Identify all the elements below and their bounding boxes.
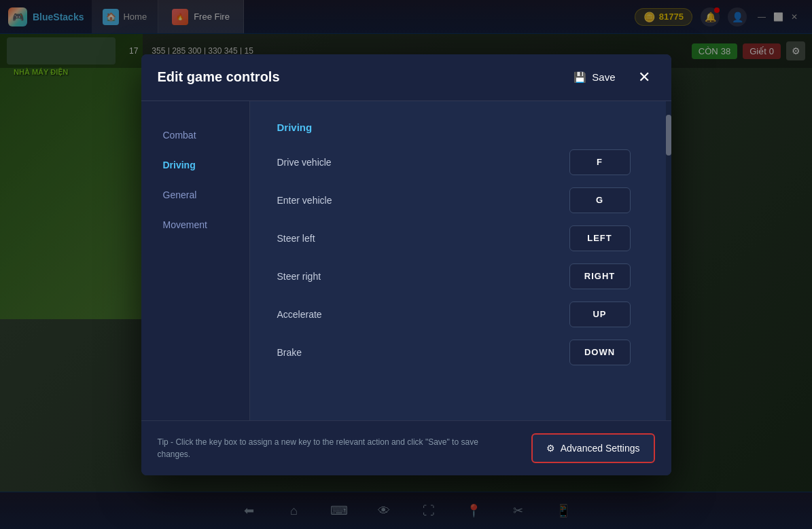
modal-close-button[interactable]: ✕ <box>633 67 655 88</box>
modal-title: Edit game controls <box>158 69 280 85</box>
save-icon: 💾 <box>573 71 586 84</box>
modal-body: Combat Driving General Movement Driving … <box>141 101 671 420</box>
scrollbar-thumb[interactable] <box>666 115 671 156</box>
control-row-accelerate: Accelerate UP <box>277 302 644 327</box>
steer-right-key-button[interactable]: RIGHT <box>569 263 631 289</box>
steer-left-label: Steer left <box>277 233 315 244</box>
save-button[interactable]: 💾 Save <box>567 67 622 88</box>
accelerate-label: Accelerate <box>277 309 322 320</box>
sidebar-item-combat[interactable]: Combat <box>147 122 244 149</box>
modal-overlay: Edit game controls 💾 Save ✕ Combat Drivi… <box>0 0 812 529</box>
modal-footer: Tip - Click the key box to assign a new … <box>141 420 671 475</box>
modal-sidebar: Combat Driving General Movement <box>141 101 250 420</box>
control-row-steer-left: Steer left LEFT <box>277 225 644 251</box>
brake-key-button[interactable]: DOWN <box>569 340 631 365</box>
control-row-steer-right: Steer right RIGHT <box>277 263 644 289</box>
control-row-brake: Brake DOWN <box>277 340 644 365</box>
sidebar-item-driving[interactable]: Driving <box>147 151 244 179</box>
control-row-enter-vehicle: Enter vehicle G <box>277 187 644 213</box>
sidebar-item-movement[interactable]: Movement <box>147 211 244 238</box>
tip-text: Tip - Click the key box to assign a new … <box>158 436 497 460</box>
control-row-drive-vehicle: Drive vehicle F <box>277 149 644 175</box>
settings-gear-icon: ⚙ <box>546 443 555 454</box>
enter-vehicle-label: Enter vehicle <box>277 195 332 206</box>
advanced-settings-label: Advanced Settings <box>561 443 640 454</box>
steer-left-key-button[interactable]: LEFT <box>569 225 631 251</box>
brake-label: Brake <box>277 347 302 358</box>
drive-vehicle-label: Drive vehicle <box>277 157 332 168</box>
advanced-settings-button[interactable]: ⚙ Advanced Settings <box>531 433 655 463</box>
section-title: Driving <box>277 122 644 133</box>
drive-vehicle-key-button[interactable]: F <box>569 149 631 175</box>
steer-right-label: Steer right <box>277 271 321 282</box>
modal-header-actions: 💾 Save ✕ <box>567 67 654 88</box>
modal-header: Edit game controls 💾 Save ✕ <box>141 54 671 101</box>
scrollbar-track <box>666 101 671 420</box>
edit-controls-modal: Edit game controls 💾 Save ✕ Combat Drivi… <box>141 54 671 475</box>
modal-content-area: Driving Drive vehicle F Enter vehicle G … <box>250 101 671 420</box>
accelerate-key-button[interactable]: UP <box>569 302 631 327</box>
sidebar-item-general[interactable]: General <box>147 181 244 208</box>
enter-vehicle-key-button[interactable]: G <box>569 187 631 213</box>
save-label: Save <box>592 71 615 83</box>
